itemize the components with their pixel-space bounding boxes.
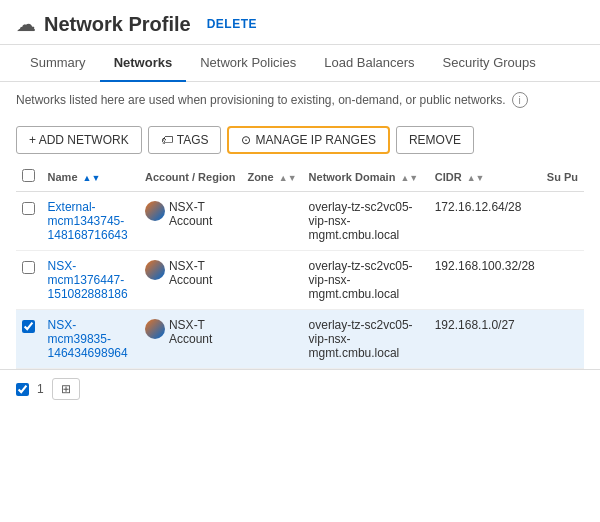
page-title: Network Profile	[44, 13, 191, 36]
tag-icon: 🏷	[161, 133, 173, 147]
row-domain-1: overlay-tz-sc2vc05-vip-nsx-mgmt.cmbu.loc…	[303, 251, 429, 310]
add-network-button[interactable]: + ADD NETWORK	[16, 126, 142, 154]
cloud-icon: ☁	[16, 12, 36, 36]
zone-sort-icon[interactable]: ▲▼	[279, 173, 297, 183]
col-header-cidr: CIDR ▲▼	[429, 162, 541, 192]
toolbar: + ADD NETWORK 🏷 TAGS ⊙ MANAGE IP RANGES …	[0, 118, 600, 162]
row-checkbox-0[interactable]	[22, 202, 35, 215]
row-name-1: NSX-mcm1376447-151082888186	[42, 251, 139, 310]
col-header-domain: Network Domain ▲▼	[303, 162, 429, 192]
account-text-2: NSX-T Account	[169, 318, 235, 346]
row-zone-0	[241, 192, 302, 251]
manage-ip-ranges-button[interactable]: ⊙ MANAGE IP RANGES	[227, 126, 389, 154]
network-name-link-0[interactable]: External-mcm1343745-148168716643	[48, 200, 128, 242]
col-header-name: Name ▲▼	[42, 162, 139, 192]
row-cidr-2: 192.168.1.0/27	[429, 310, 541, 369]
row-zone-2	[241, 310, 302, 369]
tab-load-balancers[interactable]: Load Balancers	[310, 45, 428, 82]
info-icon: i	[512, 92, 528, 108]
row-account-0: NSX-T Account	[139, 192, 241, 251]
account-text-1: NSX-T Account	[169, 259, 235, 287]
tab-summary[interactable]: Summary	[16, 45, 100, 82]
table-row: NSX-mcm39835-146434698964 NSX-T Account …	[16, 310, 584, 369]
account-icon-1	[145, 260, 165, 280]
select-all-checkbox[interactable]	[22, 169, 35, 182]
manage-ip-ranges-label: MANAGE IP RANGES	[255, 133, 375, 147]
row-domain-0: overlay-tz-sc2vc05-vip-nsx-mgmt.cmbu.loc…	[303, 192, 429, 251]
row-su-2	[541, 310, 584, 369]
tab-networks[interactable]: Networks	[100, 45, 187, 82]
row-cidr-0: 172.16.12.64/28	[429, 192, 541, 251]
table-row: External-mcm1343745-148168716643 NSX-T A…	[16, 192, 584, 251]
tags-label: TAGS	[177, 133, 209, 147]
ip-icon: ⊙	[241, 133, 251, 147]
row-zone-1	[241, 251, 302, 310]
row-su-1	[541, 251, 584, 310]
row-cidr-1: 192.168.100.32/28	[429, 251, 541, 310]
tab-security-groups[interactable]: Security Groups	[429, 45, 550, 82]
name-sort-icon[interactable]: ▲▼	[83, 173, 101, 183]
account-icon-0	[145, 201, 165, 221]
row-account-1: NSX-T Account	[139, 251, 241, 310]
cidr-sort-icon[interactable]: ▲▼	[467, 173, 485, 183]
delete-button[interactable]: DELETE	[207, 17, 257, 31]
row-su-0	[541, 192, 584, 251]
row-checkbox-1[interactable]	[22, 261, 35, 274]
tab-network-policies[interactable]: Network Policies	[186, 45, 310, 82]
tags-button[interactable]: 🏷 TAGS	[148, 126, 222, 154]
row-account-2: NSX-T Account	[139, 310, 241, 369]
row-checkbox-2[interactable]	[22, 320, 35, 333]
footer: 1 ⊞	[0, 369, 600, 408]
row-checkbox-cell	[16, 251, 42, 310]
table-row: NSX-mcm1376447-151082888186 NSX-T Accoun…	[16, 251, 584, 310]
account-text-0: NSX-T Account	[169, 200, 235, 228]
col-header-account: Account / Region	[139, 162, 241, 192]
footer-checkbox[interactable]	[16, 383, 29, 396]
info-text: Networks listed here are used when provi…	[16, 93, 506, 107]
row-checkbox-cell	[16, 310, 42, 369]
row-domain-2: overlay-tz-sc2vc05-vip-nsx-mgmt.cmbu.loc…	[303, 310, 429, 369]
domain-sort-icon[interactable]: ▲▼	[400, 173, 418, 183]
network-name-link-1[interactable]: NSX-mcm1376447-151082888186	[48, 259, 128, 301]
row-checkbox-cell	[16, 192, 42, 251]
nav-tabs: Summary Networks Network Policies Load B…	[0, 45, 600, 82]
remove-button[interactable]: REMOVE	[396, 126, 474, 154]
col-header-su: Su Pu	[541, 162, 584, 192]
row-name-0: External-mcm1343745-148168716643	[42, 192, 139, 251]
footer-count: 1	[37, 382, 44, 396]
pagination-button[interactable]: ⊞	[52, 378, 80, 400]
account-icon-2	[145, 319, 165, 339]
header: ☁ Network Profile DELETE	[0, 0, 600, 45]
col-header-zone: Zone ▲▼	[241, 162, 302, 192]
info-bar: Networks listed here are used when provi…	[0, 82, 600, 118]
network-name-link-2[interactable]: NSX-mcm39835-146434698964	[48, 318, 128, 360]
col-header-check[interactable]	[16, 162, 42, 192]
row-name-2: NSX-mcm39835-146434698964	[42, 310, 139, 369]
table-container: Name ▲▼ Account / Region Zone ▲▼ Network…	[0, 162, 600, 369]
